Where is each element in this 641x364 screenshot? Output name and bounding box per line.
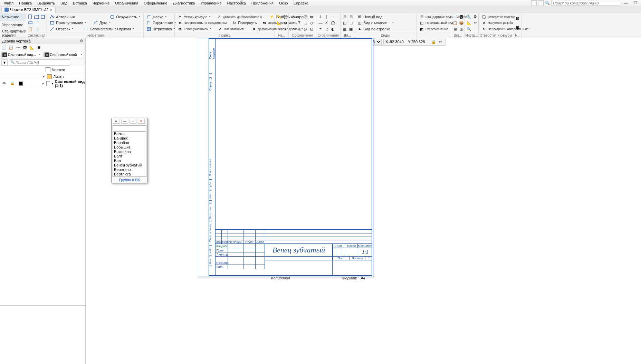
tl1-icon[interactable]: 🔧 [466,14,472,20]
diag3-icon[interactable]: ◫ [342,20,347,26]
tool-rebuild-holes[interactable]: ↻Перестроить отверстия и из... [480,26,532,32]
tool-circle[interactable]: Окружность [108,14,142,20]
expand-icon[interactable]: ▸ [42,81,45,86]
con1-icon[interactable]: ⊥ [318,14,323,20]
save-icon[interactable] [40,14,46,20]
tree-sheets[interactable]: Листы [53,75,64,79]
diag6-icon[interactable]: ▦ [348,26,354,32]
tl4-icon[interactable]: ✏ [472,20,478,26]
menu-format[interactable]: Оформление [141,1,170,5]
tool-newview[interactable]: ⊞Новый вид [356,14,383,20]
con9-icon[interactable]: ◐ [330,26,336,32]
menu-view[interactable]: Вид [58,1,70,5]
dim1-icon[interactable]: 📏 [276,14,282,20]
menu-diag[interactable]: Диагностика [170,1,198,5]
con3-icon[interactable]: ⟂ [330,14,336,20]
tl3-icon[interactable]: 📐 [466,20,472,26]
tool-auxline[interactable]: Вспомогательная прямая [83,26,136,32]
lastp2-icon[interactable]: ⊞ [515,25,520,30]
layout-icon-2[interactable] [538,0,544,6]
tool-segment[interactable]: Отрезок [48,26,75,32]
menu-help[interactable]: Справка [291,1,311,5]
des5-icon[interactable]: → [290,20,296,26]
ins5-icon[interactable]: ⊞ [452,26,458,32]
menu-edit[interactable]: Правка [16,1,35,5]
tool-copy[interactable]: ⧉Копия указанием [176,26,213,32]
menu-constraints[interactable]: Ограничения [112,1,141,5]
ins4-icon[interactable]: 📦 [459,20,464,26]
menu-manage[interactable]: Управление [198,1,224,5]
tool-hatch[interactable]: Штриховка [145,26,177,32]
list-item[interactable]: Вертлюга [113,172,146,176]
filter-button[interactable]: ▼ [1,59,8,66]
gear-icon[interactable]: ⚙ [80,39,83,43]
list-item[interactable]: Вал [113,159,146,163]
tool-thread-ext[interactable]: ⌀Наружная резьба [480,20,514,26]
con6-icon[interactable]: ◯ [330,20,336,26]
dim6-icon[interactable]: ⟂ [283,26,288,32]
des8-icon[interactable]: ◇ [309,20,314,26]
lastp-icon[interactable]: ⊡ [515,16,520,21]
list-item[interactable]: Балка [113,132,146,136]
popup-pen-icon[interactable]: ✏ [113,119,120,124]
tool-fillet[interactable]: Скругление [145,20,178,26]
list-item[interactable]: Веретено [113,167,146,172]
menu-insert[interactable]: Вставка [70,1,90,5]
popup-footer-link[interactable]: Группа в ВК [112,177,147,183]
more-icon[interactable]: 📑 [34,26,39,32]
popup-min-icon[interactable]: — [121,119,128,124]
tree-tb-5-icon[interactable]: 📐 [29,45,35,50]
tool-rotate[interactable]: ↻Повернуть [230,20,258,26]
ins2-icon[interactable]: 🖼 [459,14,464,20]
ribbon-tab-stdparts[interactable]: Стандартные изделия [0,29,26,38]
props-icon[interactable]: 📋 [28,26,33,32]
minimize-button[interactable]: — [622,1,630,6]
document-tab[interactable]: Чертеж БЕЗ ИМЕНИ2 ✕ [1,7,56,13]
diag5-icon[interactable]: ▥ [342,26,347,32]
tree-root[interactable]: Чертеж [52,68,65,72]
tool-trim[interactable]: ✂Усечь кривую [176,14,212,20]
tree-tb-6-icon[interactable]: ⊞ [36,45,41,50]
list-item[interactable]: Барабан [113,141,146,145]
con2-icon[interactable]: ∥ [324,14,329,20]
preview-icon[interactable]: 📄 [34,20,39,26]
expand-icon[interactable]: ▸ [42,74,46,79]
tree-tb-3-icon[interactable]: 〰 [15,45,21,50]
tree-sysview[interactable]: Системный вид (1:1) [55,79,85,88]
tool-modelview[interactable]: ◫Вид с модели... [356,20,395,26]
tool-section[interactable]: ◩Разрез/сечение [418,26,449,32]
drawing-name[interactable]: Венец зубчатый [265,244,333,256]
des2-icon[interactable]: √ [296,14,302,20]
ribbon-tab-drawing[interactable]: Черчение [0,13,26,21]
diag2-icon[interactable]: ⊟ [348,14,354,20]
diag4-icon[interactable]: ⊡ [348,20,354,26]
dim5-icon[interactable]: ↔ [276,26,282,32]
list-item[interactable]: Бандаж [113,136,146,141]
tool-move[interactable]: ⬌Переместить по координатам [176,20,228,26]
list-item[interactable]: Венец зубчатый [113,163,146,167]
ins6-icon[interactable]: ◫ [459,26,464,32]
tool-chamfer[interactable]: Фаска [145,14,168,20]
diag1-icon[interactable]: ⊞ [342,14,347,20]
list-item[interactable]: Боковина [113,150,146,154]
des9-icon[interactable]: ↗ [290,26,296,32]
tool-arrowview[interactable]: ➤Вид по стрелке [356,26,391,32]
open-icon[interactable] [34,14,39,20]
menu-drawing[interactable]: Черчение [90,1,113,5]
color-swatch[interactable] [19,82,23,86]
des12-icon[interactable]: ⊡ [309,26,314,32]
tool-arc[interactable]: Дуга [92,20,112,26]
maximize-button[interactable]: ☐ [631,1,640,6]
close-icon[interactable]: ✕ [50,8,52,12]
tool-extend[interactable]: ↗Удлинить до ближайшего о... [215,14,265,20]
ins3-icon[interactable]: 📋 [452,20,458,26]
view-combo[interactable]: 0 Системный вид... [1,52,42,58]
command-search-input[interactable] [551,1,620,6]
dim4-icon[interactable]: ⊘ [283,20,288,26]
con7-icon[interactable]: ≡ [318,26,323,32]
menu-settings[interactable]: Настройка [224,1,249,5]
tree-search-input[interactable] [9,59,70,66]
tool-rect[interactable]: Прямоугольник [48,20,88,26]
con5-icon[interactable]: ∠ [324,20,329,26]
tool-autoline[interactable]: Автолиния [48,14,76,20]
